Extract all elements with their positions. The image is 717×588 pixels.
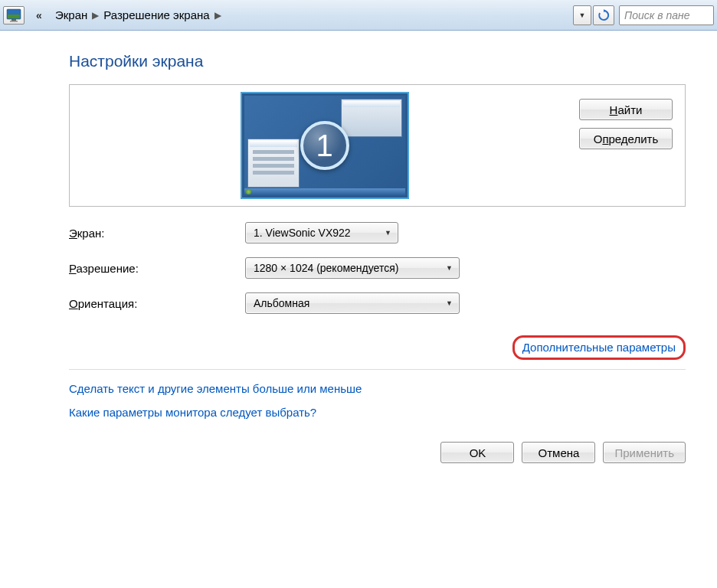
text-size-link[interactable]: Сделать текст и другие элементы больше и… [69,382,717,395]
cancel-button[interactable]: Отмена [522,442,595,463]
detect-button[interactable]: Определить [579,128,673,149]
breadcrumb-item-screen[interactable]: Экран [55,8,87,21]
screen-label: Экран: [69,227,245,240]
chevron-down-icon: ▼ [446,299,453,307]
breadcrumb-item-resolution[interactable]: Разрешение экрана [103,8,209,21]
display-preview-area: 1 Найти Определить [69,84,686,207]
apply-button[interactable]: Применить [603,442,686,463]
chevron-down-icon: ▼ [385,229,391,237]
back-arrows-icon[interactable]: « [28,8,51,23]
chevron-down-icon: ▼ [446,264,453,272]
resolution-label: Разрешение: [69,262,245,275]
monitor-number-badge: 1 [300,121,349,170]
screen-dropdown[interactable]: 1. ViewSonic VX922 ▼ [245,222,398,243]
resolution-dropdown[interactable]: 1280 × 1024 (рекомендуется) ▼ [245,257,460,279]
history-dropdown-button[interactable]: ▼ [573,5,591,25]
search-input[interactable]: Поиск в пане [619,5,714,25]
control-panel-icon[interactable] [3,6,25,24]
svg-rect-1 [8,15,20,18]
orientation-label: Ориентация: [69,297,245,310]
navigation-bar: « Экран ▶ Разрешение экрана ▶ ▼ Поиск в … [0,0,717,31]
monitor-preview[interactable]: 1 [241,92,409,199]
chevron-right-icon: ▶ [92,10,99,21]
svg-rect-2 [11,19,16,21]
chevron-right-icon: ▶ [214,10,221,21]
orientation-dropdown[interactable]: Альбомная ▼ [245,292,460,314]
advanced-settings-link[interactable]: Дополнительные параметры [522,341,676,354]
find-button[interactable]: Найти [579,99,673,120]
svg-rect-3 [10,21,18,22]
divider [69,369,686,370]
annotation-highlight: Дополнительные параметры [512,335,686,360]
page-title: Настройки экрана [69,52,717,70]
breadcrumb: Экран ▶ Разрешение экрана ▶ [51,8,573,21]
monitor-params-link[interactable]: Какие параметры монитора следует выбрать… [69,406,717,419]
ok-button[interactable]: OK [440,442,514,463]
refresh-button[interactable] [593,5,614,25]
